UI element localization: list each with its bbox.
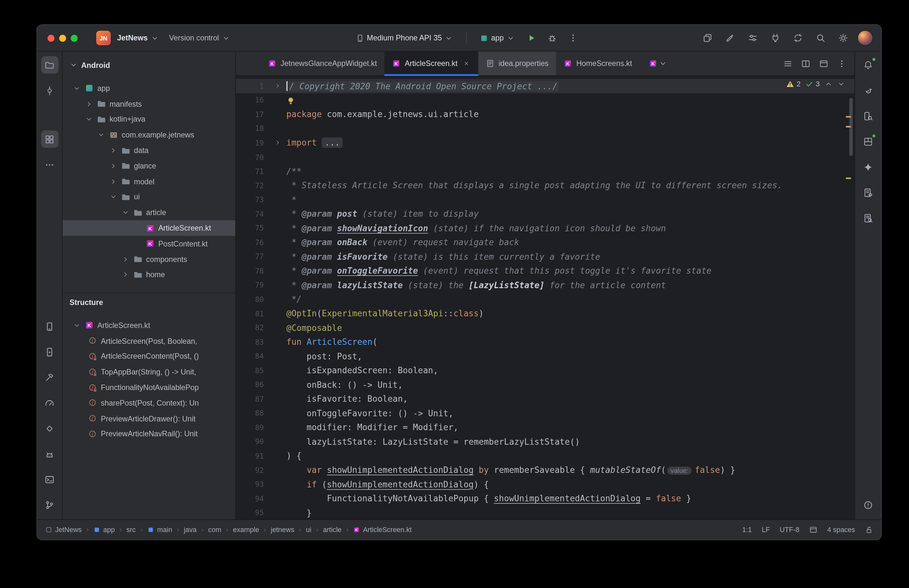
chevron-down-icon[interactable] <box>84 115 94 123</box>
intention-bulb-icon[interactable] <box>286 96 295 105</box>
split-editor-button[interactable] <box>801 59 811 68</box>
view-options-button[interactable] <box>744 30 760 46</box>
code-line[interactable]: 77 * @param isFavorite (state) is this i… <box>236 250 854 264</box>
line-number[interactable]: 93 <box>236 480 264 489</box>
analysis-mark[interactable] <box>846 116 851 117</box>
line-number[interactable]: 82 <box>236 323 264 332</box>
device-selector[interactable]: Medium Phone API 35 <box>352 31 457 45</box>
chevron-down-icon[interactable] <box>108 194 118 201</box>
structure-item[interactable]: fFunctionalityNotAvailablePop <box>63 380 236 395</box>
breadcrumb-item[interactable]: jetnews <box>271 526 294 534</box>
gradle-button[interactable] <box>859 82 877 99</box>
code-line[interactable]: 72 * Stateless Article Screen that displ… <box>236 179 854 193</box>
structure-item[interactable]: fTopAppBar(String, () -> Unit, <box>63 364 236 380</box>
structure-root-item[interactable]: KArticleScreen.kt <box>63 318 236 333</box>
line-number[interactable]: 85 <box>236 366 264 375</box>
line-number[interactable]: 91 <box>236 452 264 460</box>
line-number[interactable]: 78 <box>236 267 264 275</box>
line-number[interactable]: 88 <box>236 409 264 418</box>
code-line[interactable]: 95 } <box>236 506 854 519</box>
code-line[interactable]: 92 var showUnimplementedActionDialog by … <box>236 463 854 477</box>
line-number[interactable]: 77 <box>236 252 264 261</box>
notifications-button[interactable] <box>859 56 877 74</box>
ai-assistant-button[interactable] <box>722 30 738 46</box>
line-number[interactable]: 95 <box>236 509 264 517</box>
line-number[interactable]: 18 <box>236 124 264 133</box>
zoom-window-button[interactable] <box>71 35 78 42</box>
line-number[interactable]: 1 <box>236 81 264 90</box>
code-line[interactable]: 83fun ArticleScreen( <box>236 335 854 349</box>
line-number[interactable]: 75 <box>236 224 264 233</box>
vcs-widget[interactable]: Version control <box>165 31 234 45</box>
more-options-button[interactable] <box>837 59 846 68</box>
line-number[interactable]: 83 <box>236 338 264 346</box>
breadcrumb-item[interactable]: java <box>184 526 196 534</box>
chevron-right-icon[interactable] <box>108 147 118 154</box>
breadcrumb-item[interactable]: app <box>94 526 115 534</box>
device-manager-button[interactable] <box>41 318 58 335</box>
project-tree-item[interactable]: model <box>63 174 236 189</box>
project-tree-item[interactable]: article <box>63 205 236 220</box>
line-number[interactable]: 16 <box>236 96 264 105</box>
assistant-button[interactable] <box>859 184 877 201</box>
more-tool-windows-button[interactable] <box>41 156 58 173</box>
fold-marker-icon[interactable] <box>264 82 286 90</box>
code-line[interactable]: 81@OptIn(ExperimentalMaterial3Api::class… <box>236 307 854 321</box>
version-control-button[interactable] <box>41 496 58 514</box>
line-number[interactable]: 72 <box>236 181 264 190</box>
chevron-down-icon[interactable] <box>96 131 105 139</box>
project-tree-item[interactable]: home <box>63 267 236 283</box>
settings-button[interactable] <box>835 30 851 46</box>
hidden-tabs-dropdown[interactable]: K <box>649 52 667 75</box>
code-line[interactable]: 73 * <box>236 193 854 207</box>
find-button[interactable] <box>859 209 877 227</box>
structure-item[interactable]: fPreviewArticleDrawer(): Unit <box>63 411 236 426</box>
chevron-right-icon[interactable] <box>121 255 130 263</box>
code-line[interactable]: 16 <box>236 93 854 107</box>
sync-project-button[interactable] <box>790 30 806 46</box>
line-number[interactable]: 87 <box>236 394 264 403</box>
line-number[interactable]: 71 <box>236 167 264 176</box>
code-line[interactable]: 82@Composable <box>236 321 854 335</box>
code-line[interactable]: 19import ... <box>236 136 854 150</box>
code-line[interactable]: 75 * @param showNavigationIcon (state) i… <box>236 221 854 236</box>
code-line[interactable]: 70 <box>236 150 854 164</box>
editor-layout-button[interactable] <box>819 59 828 68</box>
previous-problem-button[interactable] <box>824 80 832 88</box>
close-window-button[interactable] <box>48 35 55 42</box>
app-quality-insights-button[interactable] <box>41 420 58 437</box>
structure-item[interactable]: fArticleScreen(Post, Boolean, <box>63 333 236 349</box>
analysis-mark[interactable] <box>846 126 851 128</box>
chevron-down-icon[interactable] <box>72 321 81 329</box>
app-logo[interactable]: JN <box>96 31 111 45</box>
logcat-button[interactable] <box>41 445 58 462</box>
caret-position[interactable]: 1:1 <box>742 526 752 534</box>
commit-button[interactable] <box>41 82 58 99</box>
chevron-right-icon[interactable] <box>108 162 118 170</box>
project-tree-item[interactable]: com.example.jetnews <box>63 127 236 143</box>
structure-button[interactable] <box>41 130 58 148</box>
line-number[interactable]: 74 <box>236 210 264 218</box>
line-number[interactable]: 73 <box>236 195 264 204</box>
line-number[interactable]: 89 <box>236 423 264 432</box>
breadcrumb-item[interactable]: example <box>233 526 259 534</box>
running-devices-button[interactable] <box>41 343 58 360</box>
more-run-options-button[interactable] <box>565 30 581 46</box>
code-line[interactable]: 18 <box>236 122 854 136</box>
code-line[interactable]: 78 * @param onToggleFavorite (event) req… <box>236 264 854 278</box>
breadcrumb-item[interactable]: ui <box>306 526 312 534</box>
profiler-button[interactable] <box>41 394 58 412</box>
code-line[interactable]: 89 modifier: Modifier = Modifier, <box>236 420 854 435</box>
breadcrumb-item[interactable]: JetNews <box>45 526 82 534</box>
structure-item[interactable]: fPreviewArticleNavRail(): Unit <box>63 426 236 442</box>
code-line[interactable]: 71/** <box>236 164 854 179</box>
project-tree-item[interactable]: glance <box>63 158 236 174</box>
project-tree-item[interactable]: manifests <box>63 96 236 111</box>
run-configuration-selector[interactable]: app <box>476 31 519 45</box>
code-line[interactable]: 1/ Copyright 2020 The Android Open Sourc… <box>236 79 854 93</box>
tab-idea.properties[interactable]: idea.properties <box>478 52 556 75</box>
chevron-right-icon[interactable] <box>108 178 118 185</box>
build-button[interactable] <box>41 369 58 386</box>
minimize-window-button[interactable] <box>59 35 66 42</box>
code-line[interactable]: 84 post: Post, <box>236 349 854 363</box>
